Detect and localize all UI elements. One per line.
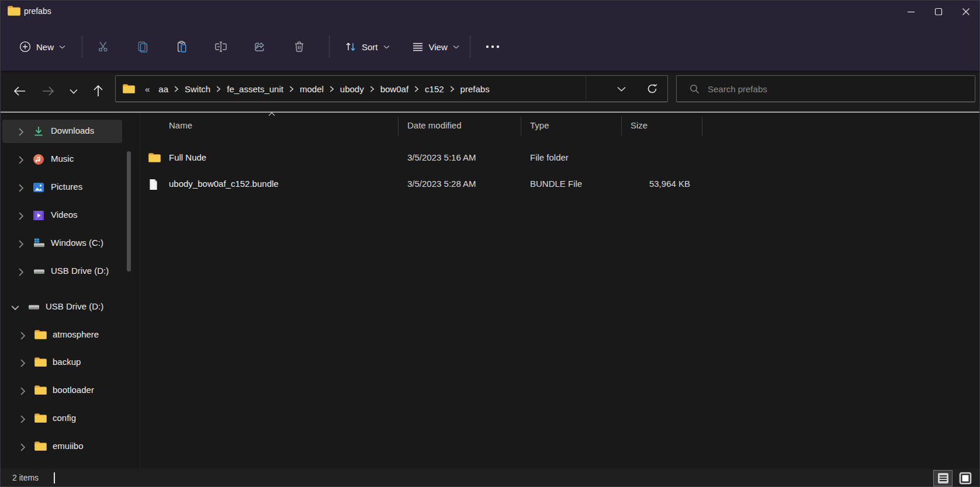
usb-drive-icon (27, 301, 40, 312)
share-button[interactable] (247, 35, 273, 58)
chevron-right-icon[interactable] (18, 268, 24, 276)
column-separator[interactable] (398, 117, 399, 135)
sidebar-item-label: USB Drive (D:) (46, 301, 103, 311)
sidebar-item-bootloader[interactable]: bootloader (1, 379, 141, 402)
sidebar-item-config[interactable]: config (1, 407, 141, 430)
sidebar-item-backup[interactable]: backup (1, 351, 141, 374)
toolbar-separator (82, 36, 82, 58)
music-icon (33, 154, 44, 165)
file-size: 53,964 KB (597, 179, 690, 189)
breadcrumb: « aaSwitchfe_assets_unitmodelubodybow0af… (123, 76, 493, 102)
sidebar-item-label: Music (51, 154, 74, 164)
address-dropdown-button[interactable] (610, 79, 633, 99)
column-header-size[interactable]: Size (631, 120, 647, 130)
search-input[interactable]: Search prefabs (676, 75, 975, 102)
column-header-type[interactable]: Type (530, 120, 549, 130)
chevron-right-icon[interactable] (20, 359, 26, 367)
windows-drive-icon (33, 238, 46, 248)
breadcrumb-overflow[interactable]: « (142, 84, 153, 94)
chevron-down-icon[interactable] (11, 305, 19, 311)
close-button[interactable] (952, 1, 979, 23)
chevron-right-icon[interactable] (20, 332, 26, 340)
column-header-name[interactable]: Name (169, 120, 192, 130)
sidebar-item-videos[interactable]: Videos (1, 204, 141, 227)
maximize-button[interactable] (924, 1, 952, 23)
cut-button[interactable] (91, 35, 116, 58)
toolbar-separator (470, 36, 470, 58)
breadcrumb-chevron-icon (412, 86, 421, 92)
sidebar-item-label: Downloads (51, 126, 94, 135)
breadcrumb-item-switch[interactable]: Switch (181, 82, 214, 96)
copy-icon (136, 40, 149, 53)
chevron-right-icon[interactable] (18, 184, 24, 192)
large-icons-view-button[interactable] (955, 470, 975, 486)
more-options-button[interactable] (479, 35, 507, 58)
folder-icon (34, 357, 47, 367)
file-date-modified: 3/5/2023 5:16 AM (407, 152, 476, 162)
chevron-right-icon[interactable] (20, 443, 26, 451)
column-separator[interactable] (702, 117, 702, 135)
minimize-button[interactable] (897, 1, 924, 23)
file-row-full-nude[interactable]: Full Nude3/5/2023 5:16 AMFile folder (141, 145, 842, 171)
sort-button[interactable]: Sort (338, 34, 397, 60)
sidebar-item-windows-c[interactable]: Windows (C:) (1, 232, 141, 255)
copy-button[interactable] (130, 35, 155, 58)
details-view-button[interactable] (933, 470, 953, 486)
sidebar-item-atmosphere[interactable]: atmosphere (1, 323, 141, 347)
sidebar-item-emuiibo[interactable]: emuiibo (1, 435, 141, 458)
chevron-right-icon[interactable] (18, 128, 24, 136)
breadcrumb-item-model[interactable]: model (296, 82, 327, 96)
sidebar-item-usb-drive-d[interactable]: USB Drive (D:) (1, 260, 141, 283)
folder-icon (34, 413, 47, 423)
back-button[interactable] (9, 80, 31, 102)
sort-icon (345, 41, 356, 53)
breadcrumb-item-bow0af[interactable]: bow0af (377, 82, 412, 96)
sidebar-item-usb-drive-d[interactable]: USB Drive (D:) (1, 295, 141, 319)
file-icon (148, 179, 158, 190)
sidebar-item-pictures[interactable]: Pictures (1, 176, 141, 199)
column-separator[interactable] (521, 117, 521, 135)
chevron-right-icon[interactable] (20, 415, 26, 423)
breadcrumb-item-c152[interactable]: c152 (421, 82, 448, 96)
chevron-right-icon[interactable] (18, 212, 24, 220)
breadcrumb-item-prefabs[interactable]: prefabs (457, 82, 493, 96)
sidebar-item-label: atmosphere (53, 329, 99, 339)
breadcrumb-item-aa[interactable]: aa (155, 82, 172, 96)
breadcrumb-chevron-icon (214, 86, 223, 92)
sidebar-item-label: Windows (C:) (51, 238, 103, 248)
sidebar-scrollbar[interactable] (127, 151, 131, 272)
up-button[interactable] (87, 80, 109, 102)
sidebar-item-downloads[interactable]: Downloads (1, 120, 141, 143)
paste-icon (175, 40, 188, 53)
sidebar-item-music[interactable]: Music (1, 148, 141, 171)
address-bar[interactable]: « aaSwitchfe_assets_unitmodelubodybow0af… (115, 75, 668, 102)
breadcrumb-item-ubody[interactable]: ubody (337, 82, 368, 96)
breadcrumb-item-fe_assets_unit[interactable]: fe_assets_unit (223, 82, 287, 96)
chevron-right-icon[interactable] (20, 387, 26, 395)
folder-icon (34, 441, 47, 451)
breadcrumb-chevron-icon (287, 86, 296, 92)
column-header-date-modified[interactable]: Date modified (407, 120, 462, 130)
file-type: File folder (530, 152, 569, 162)
new-button[interactable]: New (12, 34, 72, 60)
search-icon (690, 84, 699, 94)
column-separator[interactable] (621, 117, 622, 135)
file-explorer-window: prefabs New (0, 0, 980, 487)
delete-button[interactable] (286, 35, 312, 58)
paste-button[interactable] (169, 35, 195, 58)
breadcrumb-chevron-icon (448, 86, 457, 92)
breadcrumb-track: aaSwitchfe_assets_unitmodelubodybow0afc1… (155, 82, 493, 96)
usb-drive-icon (33, 266, 46, 276)
view-toggles (933, 470, 975, 486)
chevron-right-icon[interactable] (18, 156, 24, 164)
plus-circle-icon (19, 41, 31, 53)
refresh-button[interactable] (640, 78, 664, 99)
rename-button[interactable] (208, 35, 234, 58)
file-row-ubody-bow0af-c152-bundle[interactable]: ubody_bow0af_c152.bundle3/5/2023 5:28 AM… (141, 172, 842, 197)
recent-locations-button[interactable] (63, 80, 85, 102)
forward-button[interactable] (37, 80, 59, 102)
view-button[interactable]: View (405, 34, 466, 60)
sidebar-item-label: Pictures (51, 182, 82, 192)
chevron-right-icon[interactable] (18, 240, 24, 248)
trash-icon (293, 40, 306, 53)
